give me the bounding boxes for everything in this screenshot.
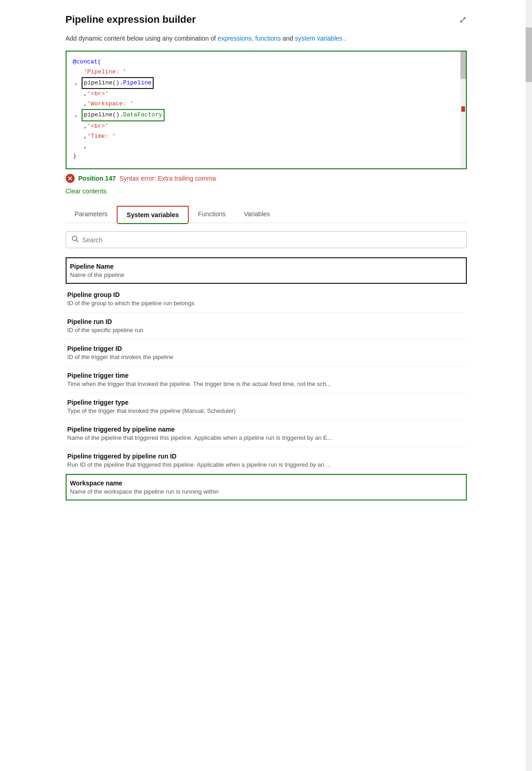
tab-system-variables[interactable]: System variables: [117, 206, 189, 223]
clear-contents-button[interactable]: Clear contents: [66, 188, 107, 195]
code-pipeline-datafactory: pipeline().DataFactory: [82, 109, 165, 121]
code-line-4: , '<br>': [73, 89, 460, 99]
expand-icon[interactable]: ⤢: [459, 14, 467, 25]
tab-functions[interactable]: Functions: [189, 206, 235, 223]
editor-scrollbar-thumb: [460, 52, 466, 79]
title-row: Pipeline expression builder ⤢: [66, 14, 467, 26]
error-icon: ✕: [66, 174, 75, 183]
var-desc-workspace-name: Name of the workspace the pipeline run i…: [70, 488, 462, 495]
editor-error-indicator: [461, 106, 465, 112]
code-line-7: , '<br>': [73, 121, 460, 131]
error-message: Syntax error: Extra trailing comma: [119, 175, 216, 182]
editor-scrollbar[interactable]: [460, 52, 466, 168]
code-line-10: ): [73, 151, 460, 161]
code-line-3: , pipeline().Pipeline: [73, 77, 460, 89]
var-name-pipeline-run-id: Pipeline run ID: [67, 318, 465, 325]
var-desc-pipeline-triggered-by-name: Name of the pipeline that triggered this…: [67, 434, 465, 441]
code-line-9: ,: [73, 141, 460, 151]
var-item-workspace-name[interactable]: Workspace name Name of the workspace the…: [66, 474, 467, 500]
page-scrollbar[interactable]: [526, 0, 532, 771]
page-scrollbar-thumb: [526, 27, 532, 82]
expressions-functions-link[interactable]: expressions, functions: [217, 35, 281, 42]
code-pipeline-pipeline: pipeline().Pipeline: [82, 77, 154, 89]
code-line-6: , pipeline().DataFactory: [73, 109, 460, 121]
search-icon: [72, 235, 79, 244]
var-desc-pipeline-run-id: ID of the specific pipeline run: [67, 327, 465, 333]
search-box: [66, 231, 467, 248]
var-desc-pipeline-trigger-type: Type of the trigger that invoked the pip…: [67, 407, 465, 414]
var-item-pipeline-triggered-by-run-id[interactable]: Pipeline triggered by pipeline run ID Ru…: [66, 447, 467, 474]
code-line-8: , 'Time: ': [73, 131, 460, 141]
tabs-row: Parameters System variables Functions Va…: [66, 206, 467, 223]
var-name-pipeline-group-id: Pipeline group ID: [67, 291, 465, 298]
code-line-2: 'Pipeline: ': [73, 67, 460, 77]
variable-list: Pipeline Name Name of the pipeline Pipel…: [66, 257, 467, 500]
system-variables-link[interactable]: system variables: [295, 35, 342, 42]
var-name-pipeline-triggered-by-name: Pipeline triggered by pipeline name: [67, 426, 465, 433]
panel-title: Pipeline expression builder: [66, 14, 196, 26]
var-item-pipeline-trigger-type[interactable]: Pipeline trigger type Type of the trigge…: [66, 393, 467, 420]
var-name-pipeline-triggered-by-run-id: Pipeline triggered by pipeline run ID: [67, 453, 465, 460]
var-item-pipeline-triggered-by-name[interactable]: Pipeline triggered by pipeline name Name…: [66, 420, 467, 447]
error-position: Position 147: [78, 175, 116, 182]
tab-parameters[interactable]: Parameters: [66, 206, 117, 223]
code-at-concat: @concat(: [73, 57, 101, 67]
var-name-pipeline-name: Pipeline Name: [70, 263, 462, 270]
var-name-workspace-name: Workspace name: [70, 479, 462, 487]
subtitle-end: .: [344, 35, 346, 42]
code-pipeline-str: 'Pipeline: ': [84, 67, 127, 77]
code-line-1: @concat(: [73, 57, 460, 67]
var-item-pipeline-run-id[interactable]: Pipeline run ID ID of the specific pipel…: [66, 313, 467, 339]
var-desc-pipeline-trigger-time: Time when the trigger that invoked the p…: [67, 380, 465, 387]
tab-variables[interactable]: Variables: [235, 206, 279, 223]
var-name-pipeline-trigger-type: Pipeline trigger type: [67, 399, 465, 406]
var-item-pipeline-trigger-time[interactable]: Pipeline trigger time Time when the trig…: [66, 366, 467, 393]
var-item-pipeline-group-id[interactable]: Pipeline group ID ID of the group to whi…: [66, 286, 467, 313]
var-item-pipeline-trigger-id[interactable]: Pipeline trigger ID ID of the trigger th…: [66, 339, 467, 366]
svg-line-1: [76, 240, 78, 242]
subtitle: Add dynamic content below using any comb…: [66, 34, 467, 43]
code-line-5: , 'Workspace: ': [73, 99, 460, 109]
search-input[interactable]: [83, 236, 461, 244]
var-name-pipeline-trigger-time: Pipeline trigger time: [67, 372, 465, 379]
code-editor[interactable]: @concat( 'Pipeline: ' , pipeline().Pipel…: [66, 51, 467, 169]
var-desc-pipeline-name: Name of the pipeline: [70, 271, 462, 278]
var-item-pipeline-name[interactable]: Pipeline Name Name of the pipeline: [66, 257, 467, 284]
var-desc-pipeline-group-id: ID of the group to which the pipeline ru…: [67, 300, 465, 307]
var-desc-pipeline-trigger-id: ID of the trigger that invokes the pipel…: [67, 354, 465, 360]
error-row: ✕ Position 147 Syntax error: Extra trail…: [66, 174, 467, 183]
var-name-pipeline-trigger-id: Pipeline trigger ID: [67, 345, 465, 352]
subtitle-text: Add dynamic content below using any comb…: [66, 35, 218, 42]
var-desc-pipeline-triggered-by-run-id: Run ID of the pipeline that triggered th…: [67, 461, 465, 468]
subtitle-and: and: [283, 35, 295, 42]
